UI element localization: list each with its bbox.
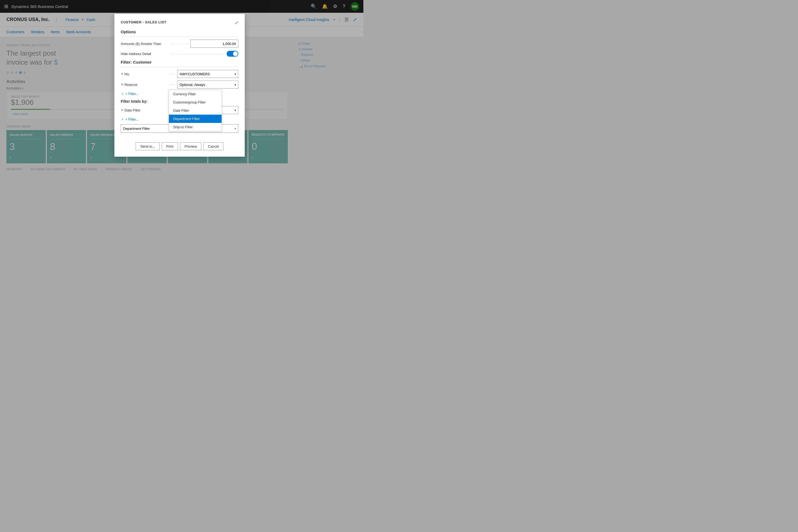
add-filter-label-1: + Filter... bbox=[125, 92, 138, 96]
add-filter-icon-1: ＋ bbox=[121, 91, 124, 96]
amounts-label: Amounts ($) Greater Than bbox=[121, 42, 169, 46]
reserve-dots bbox=[169, 84, 175, 85]
dropdown-item-customergroup[interactable]: Customergroup Filter bbox=[169, 98, 222, 107]
modal-dialog: CUSTOMER - SALES LIST ⤢ Options Amounts … bbox=[114, 14, 245, 157]
add-filter-label-2: + Filter... bbox=[125, 117, 138, 121]
no-dots bbox=[169, 74, 175, 74]
toggle-knob bbox=[233, 51, 238, 56]
active-filter-container: ▾ Currency Filter Customergroup Filter D… bbox=[121, 124, 238, 133]
remove-no-icon[interactable]: ✕ bbox=[121, 72, 124, 76]
reserve-dropdown[interactable]: Optional, Always ▾ bbox=[177, 81, 238, 89]
date-filter-label: Date Filter bbox=[125, 108, 167, 112]
no-chevron-icon: ▾ bbox=[234, 73, 236, 76]
hide-address-row: Hide Address Detail bbox=[121, 51, 238, 57]
reserve-filter-row: ✕ Reserve Optional, Always ▾ bbox=[121, 81, 238, 89]
hide-address-label: Hide Address Detail bbox=[121, 52, 169, 56]
reserve-label: Reserve bbox=[125, 83, 167, 87]
amounts-row: Amounts ($) Greater Than bbox=[121, 40, 238, 48]
add-filter-icon-2: ＋ bbox=[121, 117, 124, 121]
reserve-chevron-icon: ▾ bbox=[234, 83, 236, 86]
modal-header: CUSTOMER - SALES LIST ⤢ bbox=[121, 20, 238, 25]
no-value: %MYCUSTOMERS bbox=[179, 72, 210, 76]
dropdown-item-date[interactable]: Date Filter bbox=[169, 107, 222, 115]
cancel-button[interactable]: Cancel bbox=[204, 142, 223, 150]
modal-title: CUSTOMER - SALES LIST bbox=[121, 20, 166, 24]
filter-dropdown-popup: Currency Filter Customergroup Filter Dat… bbox=[169, 90, 222, 131]
filter-customer-title: Filter: Customer bbox=[121, 60, 238, 67]
no-filter-row: ✕ No. %MYCUSTOMERS ▾ bbox=[121, 70, 238, 78]
no-dropdown[interactable]: %MYCUSTOMERS ▾ bbox=[177, 70, 238, 78]
hide-address-toggle[interactable] bbox=[227, 51, 238, 57]
preview-button[interactable]: Preview bbox=[180, 142, 201, 150]
date-chevron-icon: ▾ bbox=[234, 109, 236, 112]
dropdown-item-ship[interactable]: Ship-to Filter bbox=[169, 123, 222, 131]
hide-address-dots bbox=[171, 54, 225, 54]
dropdown-item-currency[interactable]: Currency Filter bbox=[169, 90, 222, 98]
active-filter-chevron[interactable]: ▾ bbox=[232, 127, 238, 130]
remove-reserve-icon[interactable]: ✕ bbox=[121, 83, 124, 87]
print-button[interactable]: Print bbox=[162, 142, 178, 150]
filter-totals-section: Filter totals by: ✕ Date Filter 05/05/19… bbox=[121, 99, 238, 133]
reserve-value: Optional, Always bbox=[179, 83, 205, 87]
amounts-input[interactable] bbox=[190, 40, 238, 48]
options-section: Options Amounts ($) Greater Than Hide Ad… bbox=[121, 30, 238, 57]
send-to-button[interactable]: Send to... bbox=[136, 142, 159, 150]
dropdown-item-department[interactable]: Department Filter bbox=[169, 115, 222, 123]
no-label: No. bbox=[125, 72, 167, 76]
modal-footer: Send to... Print Preview Cancel bbox=[121, 138, 238, 150]
options-title: Options bbox=[121, 30, 238, 36]
remove-date-icon[interactable]: ✕ bbox=[121, 108, 124, 112]
modal-expand-icon[interactable]: ⤢ bbox=[235, 20, 238, 25]
